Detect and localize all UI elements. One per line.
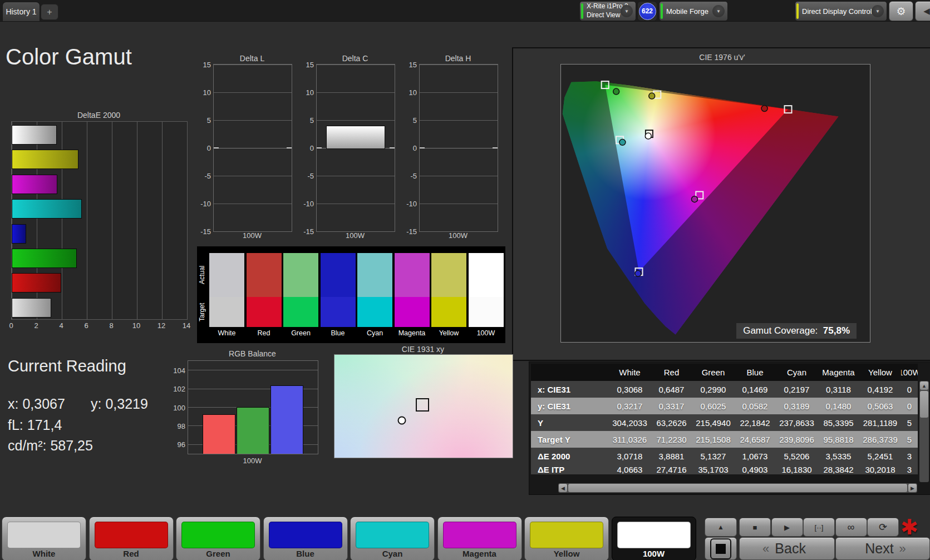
table-cell: 215,1508 xyxy=(692,431,734,448)
collapse-panel-button[interactable]: ◀ xyxy=(915,1,930,21)
pattern-window-button[interactable] xyxy=(705,537,737,560)
axis-tick-label: -5 xyxy=(410,172,417,180)
scroll-left-button[interactable]: ◀ xyxy=(559,484,567,492)
axis-tick-label: 10 xyxy=(132,321,140,330)
table-cell: 28,3842 xyxy=(818,464,859,474)
scroll-up-button[interactable]: ▲ xyxy=(920,381,928,390)
axis-tick-label: 15 xyxy=(409,61,417,69)
source-dropdown[interactable]: Mobile Forge ▼ xyxy=(659,1,728,21)
table-cell: 30,2018 xyxy=(859,464,901,474)
axis-tick-label: 10 xyxy=(306,88,314,97)
cie1976-title: CIE 1976 u'v' xyxy=(513,53,930,62)
actual-swatch xyxy=(321,253,356,297)
swatch-column-white: White xyxy=(209,253,244,337)
column-header: Cyan xyxy=(776,364,818,381)
deltae-bar-green xyxy=(12,249,77,268)
axis-tick-label: 98 xyxy=(178,422,185,430)
target-swatch xyxy=(321,297,356,327)
column-header: Green xyxy=(692,364,734,381)
pattern-button-red[interactable]: Red xyxy=(89,517,174,560)
target-swatch xyxy=(283,297,318,327)
table-cell: 5 xyxy=(901,414,918,431)
zero-line xyxy=(214,148,292,148)
app-logo-asterisk: ✱ xyxy=(901,515,918,539)
table-cell: 281,1189 xyxy=(859,414,901,431)
row-label: y: CIE31 xyxy=(531,398,609,414)
app-window: History 1 + X-Rite i1Pro 3 Direct View ▼… xyxy=(0,0,930,560)
column-header: Yellow xyxy=(859,364,901,381)
swatch-label: Blue xyxy=(321,329,356,337)
table-cell: 0,1469 xyxy=(734,381,776,398)
next-button[interactable]: Next » xyxy=(835,537,930,560)
actual-swatch xyxy=(357,253,392,297)
range-button[interactable]: [··] xyxy=(803,518,835,537)
scroll-thumb[interactable] xyxy=(568,484,907,492)
deltae-bar-100w xyxy=(12,125,57,145)
rgb-bar-blue xyxy=(270,385,303,454)
axis-tick-label: 12 xyxy=(158,321,165,330)
table-horizontal-scrollbar[interactable]: ◀ ▶ xyxy=(558,483,917,493)
delta-h-xlabel: 100W xyxy=(419,231,497,240)
table-cell: 5,2451 xyxy=(859,448,901,464)
pattern-color-swatch xyxy=(7,522,81,548)
zero-tick xyxy=(214,147,219,148)
swatch-column-yellow: Yellow xyxy=(431,253,466,337)
tab-history-1[interactable]: History 1 xyxy=(2,2,40,21)
pattern-color-swatch xyxy=(443,522,516,548)
scroll-thumb[interactable] xyxy=(920,391,928,418)
refresh-button[interactable]: ⟳ xyxy=(867,518,899,537)
table-row: ΔE ITP4,066327,471635,17030,490316,18302… xyxy=(531,464,918,474)
table-cell: 3,5335 xyxy=(818,448,859,464)
scroll-right-button[interactable]: ▶ xyxy=(908,484,917,492)
pattern-button-green[interactable]: Green xyxy=(176,517,260,560)
swatch-label: Yellow xyxy=(431,329,466,337)
pattern-button-magenta[interactable]: Magenta xyxy=(437,517,522,560)
actual-swatch xyxy=(395,253,430,297)
measured-dot-blue xyxy=(635,270,641,276)
back-button[interactable]: « Back xyxy=(739,537,835,560)
rgb-balance-plot: 1041021009896 xyxy=(188,360,318,454)
back-chevrons-icon: « xyxy=(762,542,769,556)
pattern-button-100w[interactable]: 100W xyxy=(612,517,696,560)
pattern-button-blue[interactable]: Blue xyxy=(263,517,348,560)
axis-tick-label: 104 xyxy=(173,366,185,374)
target-swatch xyxy=(469,297,504,327)
table-cell: 5,1327 xyxy=(692,448,734,464)
deltae-chart-plot xyxy=(11,121,188,320)
axis-tick-label: 0 xyxy=(207,144,211,152)
settings-button[interactable]: ⚙ xyxy=(889,1,913,21)
delta-h-plot: 151050-5-10-15 xyxy=(419,64,498,232)
pattern-button-yellow[interactable]: Yellow xyxy=(524,517,609,560)
pattern-button-cyan[interactable]: Cyan xyxy=(350,517,435,560)
cie1931-target-square xyxy=(416,398,429,412)
table-vertical-scrollbar[interactable]: ▲ xyxy=(919,381,929,482)
pattern-up-button[interactable]: ▲ xyxy=(705,518,737,537)
table-cell: 215,4940 xyxy=(692,414,734,431)
add-tab-button[interactable]: + xyxy=(41,4,58,20)
pattern-button-label: 100W xyxy=(612,549,696,558)
control-dropdown[interactable]: Direct Display Control ▼ xyxy=(795,1,887,21)
meter-count-badge[interactable]: 622 xyxy=(637,1,657,21)
table-cell: 0,3189 xyxy=(776,398,818,414)
reading-fl: fL: 171,4 xyxy=(8,417,62,433)
axis-tick-label: 96 xyxy=(178,440,185,449)
table-cell: 85,3395 xyxy=(818,414,859,431)
table-cell: 0,6487 xyxy=(651,381,692,398)
pattern-button-white[interactable]: White xyxy=(2,517,86,560)
meter-dropdown[interactable]: X-Rite i1Pro 3 Direct View ▼ xyxy=(579,1,636,21)
table-cell: 63,2626 xyxy=(651,414,692,431)
pattern-button-label: Red xyxy=(90,549,173,558)
delta-h-title: Delta H xyxy=(419,54,497,63)
table-cell: 22,1842 xyxy=(734,414,776,431)
play-button[interactable]: ▶ xyxy=(771,518,803,537)
table-cell: 0,3118 xyxy=(818,381,859,398)
delta-c-xlabel: 100W xyxy=(316,231,394,240)
axis-tick-label: 0 xyxy=(9,321,13,330)
table-header-row: WhiteRedGreenBlueCyanMagentaYellow100W xyxy=(531,364,918,381)
pattern-button-label: Magenta xyxy=(438,549,521,558)
loop-button[interactable]: ∞ xyxy=(835,518,867,537)
source-dropdown-label: Mobile Forge xyxy=(666,7,708,16)
target-swatch xyxy=(247,297,282,327)
loop-icon: ∞ xyxy=(848,522,855,533)
stop-button[interactable]: ■ xyxy=(739,518,771,537)
